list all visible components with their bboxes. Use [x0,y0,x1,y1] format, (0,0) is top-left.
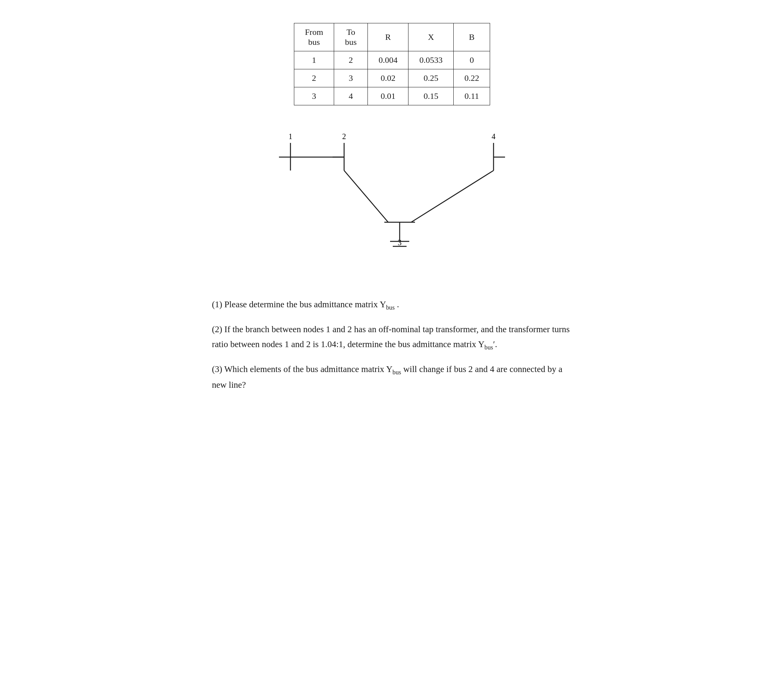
cell-r3-c4: 0.15 [409,87,454,105]
q2-text-after: . [495,340,497,349]
cell-r3-c1: 3 [294,87,334,105]
q2-subscript: bus [484,344,493,350]
question-3: (3) Which elements of the bus admittance… [212,362,572,392]
cell-r2-c1: 2 [294,69,334,87]
branch-data-table: Frombus Tobus R X B 120.0040.05330230.02… [294,23,490,105]
circuit-svg: 1 2 3 4 [258,128,526,266]
col-header-r: R [367,23,409,51]
table-row-2: 230.020.250.22 [294,69,490,87]
q1-subscript: bus [386,304,395,311]
cell-r1-c4: 0.0533 [409,51,454,69]
questions-section: (1) Please determine the bus admittance … [212,297,572,392]
question-2: (2) If the branch between nodes 1 and 2 … [212,322,572,352]
cell-r2-c3: 0.02 [367,69,409,87]
table-row-3: 340.010.150.11 [294,87,490,105]
cell-r2-c2: 3 [334,69,368,87]
circuit-diagram-section: 1 2 3 4 [212,128,572,274]
cell-r2-c5: 0.22 [453,69,490,87]
node-label-1: 1 [289,132,292,141]
line-2-3-left [344,170,388,222]
col-header-x: X [409,23,454,51]
node-label-2: 2 [342,132,346,141]
cell-r1-c5: 0 [453,51,490,69]
node-label-4: 4 [492,132,495,141]
q1-text-before: (1) Please determine the bus admittance … [212,300,386,309]
cell-r3-c3: 0.01 [367,87,409,105]
question-1: (1) Please determine the bus admittance … [212,297,572,313]
cell-r1-c3: 0.004 [367,51,409,69]
q3-text-before: (3) Which elements of the bus admittance… [212,364,392,374]
cell-r3-c5: 0.11 [453,87,490,105]
col-header-from-bus: Frombus [294,23,334,51]
cell-r1-c1: 1 [294,51,334,69]
q2-text-before: (2) If the branch between nodes 1 and 2 … [212,325,570,349]
q3-subscript: bus [392,369,401,375]
table-row-1: 120.0040.05330 [294,51,490,69]
cell-r3-c2: 4 [334,87,368,105]
circuit-diagram-container: 1 2 3 4 [258,128,526,266]
line-4-3-right [411,170,494,222]
cell-r1-c2: 2 [334,51,368,69]
data-table-section: Frombus Tobus R X B 120.0040.05330230.02… [212,23,572,105]
col-header-to-bus: Tobus [334,23,368,51]
col-header-b: B [453,23,490,51]
q1-text-after: . [395,300,399,309]
cell-r2-c4: 0.25 [409,69,454,87]
